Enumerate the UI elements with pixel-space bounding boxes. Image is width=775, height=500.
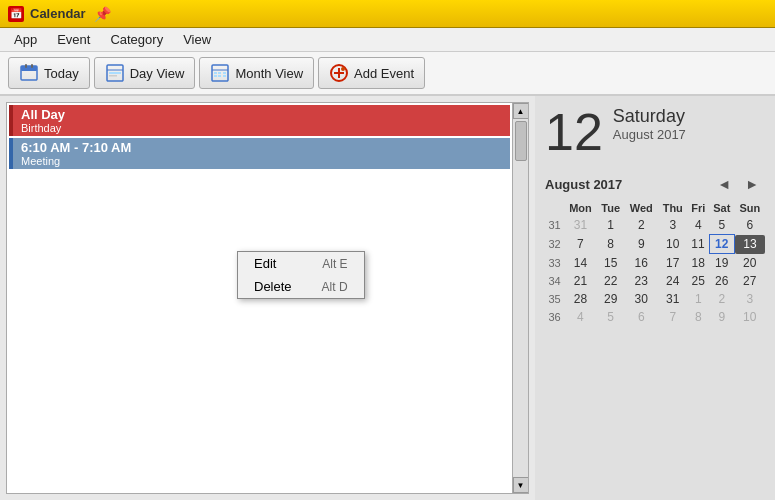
mini-cal-prev[interactable]: ◄ [711, 174, 737, 194]
main-content: All Day Birthday 6:10 AM - 7:10 AM Meeti… [0, 96, 775, 500]
context-menu-delete[interactable]: Delete Alt D [238, 275, 364, 298]
edit-label: Edit [254, 256, 276, 271]
scroll-thumb[interactable] [515, 121, 527, 161]
allday-event-title: All Day [21, 107, 502, 122]
context-menu-edit[interactable]: Edit Alt E [238, 252, 364, 275]
timed-event-subtitle: Meeting [21, 155, 502, 167]
menu-event[interactable]: Event [47, 30, 100, 49]
calendar-day[interactable]: 22 [597, 272, 625, 290]
calendar-day[interactable]: 26 [709, 272, 735, 290]
calendar-day[interactable]: 23 [625, 272, 658, 290]
calendar-day[interactable]: 10 [735, 308, 765, 326]
week-col-header [545, 200, 564, 216]
calendar-day[interactable]: 13 [735, 235, 765, 254]
calendar-day[interactable]: 11 [688, 235, 709, 254]
add-event-icon [329, 63, 349, 83]
allday-event-subtitle: Birthday [21, 122, 502, 134]
week-number: 31 [545, 216, 564, 235]
calendar-day[interactable]: 30 [625, 290, 658, 308]
delete-label: Delete [254, 279, 292, 294]
date-month-year: August 2017 [613, 127, 686, 142]
toolbar: Today Day View Month Vie [0, 52, 775, 96]
calendar-day[interactable]: 5 [709, 216, 735, 235]
scroll-up-arrow[interactable]: ▲ [513, 103, 529, 119]
calendar-day[interactable]: 29 [597, 290, 625, 308]
day-view-button[interactable]: Day View [94, 57, 196, 89]
calendar-day[interactable]: 12 [709, 235, 735, 254]
pin-icon: 📌 [94, 6, 111, 22]
scrollbar[interactable]: ▲ ▼ [512, 103, 528, 493]
calendar-day[interactable]: 27 [735, 272, 765, 290]
calendar-day[interactable]: 24 [658, 272, 688, 290]
calendar-day[interactable]: 18 [688, 254, 709, 273]
calendar-day[interactable]: 4 [564, 308, 597, 326]
date-info: Saturday August 2017 [613, 106, 686, 142]
col-wed: Wed [625, 200, 658, 216]
calendar-day[interactable]: 2 [625, 216, 658, 235]
calendar-day[interactable]: 31 [564, 216, 597, 235]
col-sat: Sat [709, 200, 735, 216]
col-thu: Thu [658, 200, 688, 216]
col-fri: Fri [688, 200, 709, 216]
month-view-label: Month View [235, 66, 303, 81]
svg-point-19 [341, 67, 345, 71]
col-tue: Tue [597, 200, 625, 216]
right-panel: 12 Saturday August 2017 August 2017 ◄ ► … [535, 96, 775, 500]
week-number: 33 [545, 254, 564, 273]
menu-category[interactable]: Category [100, 30, 173, 49]
title-bar: 📅 Calendar 📌 [0, 0, 775, 28]
calendar-day[interactable]: 3 [658, 216, 688, 235]
calendar-day[interactable]: 31 [658, 290, 688, 308]
calendar-day[interactable]: 8 [688, 308, 709, 326]
calendar-day[interactable]: 9 [625, 235, 658, 254]
calendar-day[interactable]: 9 [709, 308, 735, 326]
calendar-day[interactable]: 28 [564, 290, 597, 308]
date-number: 12 [545, 106, 603, 158]
month-view-button[interactable]: Month View [199, 57, 314, 89]
menu-view[interactable]: View [173, 30, 221, 49]
timed-event[interactable]: 6:10 AM - 7:10 AM Meeting [9, 138, 510, 169]
svg-rect-12 [223, 72, 226, 74]
mini-cal-title: August 2017 [545, 177, 622, 192]
calendar-day[interactable]: 1 [688, 290, 709, 308]
svg-rect-11 [218, 72, 221, 74]
calendar-day[interactable]: 17 [658, 254, 688, 273]
week-number: 34 [545, 272, 564, 290]
timed-event-title: 6:10 AM - 7:10 AM [21, 140, 502, 155]
svg-rect-7 [109, 75, 117, 77]
calendar-day[interactable]: 7 [564, 235, 597, 254]
calendar-day[interactable]: 20 [735, 254, 765, 273]
calendar-day[interactable]: 10 [658, 235, 688, 254]
mini-cal-table: Mon Tue Wed Thu Fri Sat Sun 313112345632… [545, 200, 765, 326]
calendar-day[interactable]: 15 [597, 254, 625, 273]
add-event-label: Add Event [354, 66, 414, 81]
calendar-day[interactable]: 6 [735, 216, 765, 235]
calendar-day[interactable]: 7 [658, 308, 688, 326]
svg-rect-1 [21, 66, 37, 71]
scroll-down-arrow[interactable]: ▼ [513, 477, 529, 493]
calendar-day[interactable]: 6 [625, 308, 658, 326]
mini-cal-next[interactable]: ► [739, 174, 765, 194]
calendar-day[interactable]: 19 [709, 254, 735, 273]
calendar-day[interactable]: 4 [688, 216, 709, 235]
calendar-day[interactable]: 8 [597, 235, 625, 254]
calendar-day[interactable]: 25 [688, 272, 709, 290]
month-view-icon [210, 63, 230, 83]
calendar-day[interactable]: 14 [564, 254, 597, 273]
add-event-button[interactable]: Add Event [318, 57, 425, 89]
calendar-day[interactable]: 1 [597, 216, 625, 235]
mini-calendar: August 2017 ◄ ► Mon Tue Wed Thu Fri Sat [545, 174, 765, 326]
menu-app[interactable]: App [4, 30, 47, 49]
calendar-day[interactable]: 16 [625, 254, 658, 273]
calendar-day[interactable]: 5 [597, 308, 625, 326]
calendar-day[interactable]: 3 [735, 290, 765, 308]
svg-rect-3 [31, 64, 33, 68]
event-list: All Day Birthday 6:10 AM - 7:10 AM Meeti… [7, 103, 512, 493]
calendar-day[interactable]: 21 [564, 272, 597, 290]
app-title: Calendar [30, 6, 86, 21]
calendar-day[interactable]: 2 [709, 290, 735, 308]
allday-event[interactable]: All Day Birthday [9, 105, 510, 136]
day-view-label: Day View [130, 66, 185, 81]
today-button[interactable]: Today [8, 57, 90, 89]
mini-cal-header: August 2017 ◄ ► [545, 174, 765, 194]
